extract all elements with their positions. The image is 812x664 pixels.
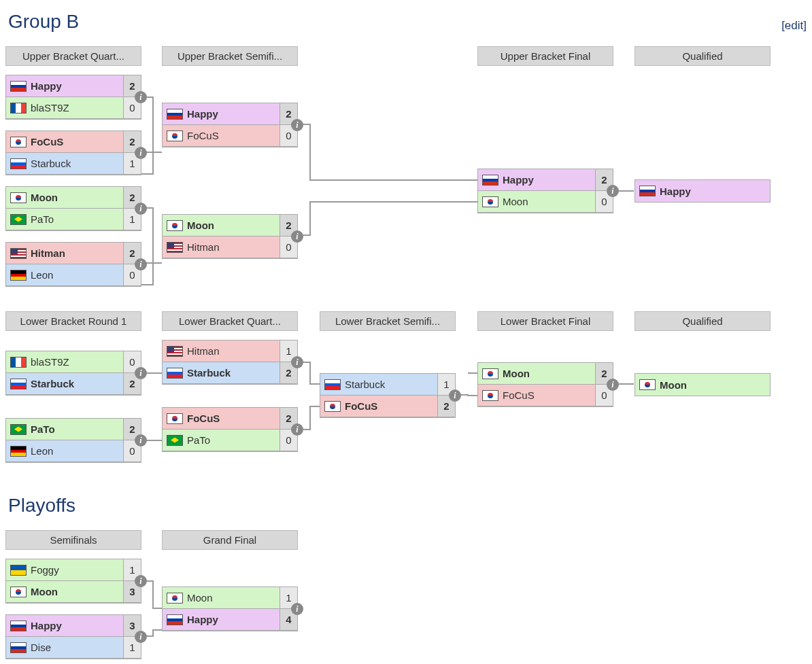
info-icon[interactable]: i [135,631,147,643]
player-slot[interactable]: blaST9Z0 [6,97,141,119]
info-icon[interactable]: i [291,230,303,243]
lower-bracket: Lower Bracket Round 1Lower Bracket Quart… [5,311,807,474]
player-slot[interactable]: Moon2 [478,363,613,385]
player-slot[interactable]: FoCuS2 [6,131,141,153]
flag-si [324,379,341,390]
player-slot[interactable]: Dise1 [6,637,141,659]
info-icon[interactable]: i [607,185,619,197]
round-header: Upper Bracket Quart... [5,46,141,66]
flag-ru [639,186,656,196]
match-uq2[interactable]: FoCuS2Starbuck1i [5,130,141,175]
player-name: Happy [187,108,280,120]
player-name: blaST9Z [31,356,123,368]
player-name: Moon [187,592,280,604]
match-uf[interactable]: Happy2Moon0i [477,169,613,213]
player-slot[interactable]: PaTo2 [6,419,141,440]
flag-ru [10,642,27,653]
info-icon[interactable]: i [607,379,619,391]
player-slot[interactable]: Moon [635,374,770,396]
player-name: Happy [31,620,123,631]
player-slot[interactable]: Starbuck2 [6,373,141,395]
info-icon[interactable]: i [449,389,461,402]
player-slot[interactable]: Hitman1 [163,340,297,362]
match-us2[interactable]: Moon2Hitman0i [162,214,298,259]
info-icon[interactable]: i [135,203,147,215]
flag-kr [482,390,498,401]
player-slot[interactable]: Starbuck2 [163,362,297,384]
round-header: Qualified [635,311,771,331]
player-slot[interactable]: Moon2 [163,215,297,237]
player-slot[interactable]: Starbuck1 [6,153,141,175]
player-slot[interactable]: Moon0 [478,191,613,213]
player-slot[interactable]: Moon1 [163,587,297,609]
playoffs-bracket: SemifinalsGrand FinalFoggy1Moon3iHappy3D… [5,530,807,664]
match-lf[interactable]: Moon2FoCuS0i [477,362,613,407]
round-header: Upper Bracket Final [477,46,613,66]
player-slot[interactable]: Happy [635,180,770,202]
match-uq3[interactable]: Moon2PaTo1i [5,186,141,231]
player-slot[interactable]: Moon2 [6,187,141,209]
info-icon[interactable]: i [135,91,147,103]
info-icon[interactable]: i [291,356,303,368]
match-lq1[interactable]: Hitman1Starbuck2i [162,340,298,385]
player-slot[interactable]: Leon0 [6,440,141,462]
match-lqal[interactable]: Moon [635,373,771,396]
match-uqal[interactable]: Happy [635,179,771,203]
flag-ru [482,175,498,186]
player-slot[interactable]: Happy2 [478,169,613,191]
player-name: Moon [31,192,123,203]
player-slot[interactable]: Happy4 [163,609,297,631]
player-name: PaTo [187,434,280,446]
info-icon[interactable]: i [291,603,303,615]
player-slot[interactable]: FoCuS2 [163,408,297,430]
match-uq1[interactable]: Happy2blaST9Z0i [5,75,141,120]
player-slot[interactable]: Foggy1 [6,559,141,581]
match-gf[interactable]: Moon1Happy4i [162,587,298,631]
round-header: Qualified [635,46,771,66]
player-slot[interactable]: Hitman2 [6,243,141,264]
player-name: Dise [31,642,123,653]
match-us1[interactable]: Happy2FoCuS0i [162,103,298,147]
player-name: FoCuS [503,389,595,401]
flag-kr [167,220,183,231]
flag-kr [10,192,27,203]
info-icon[interactable]: i [135,434,147,447]
info-icon[interactable]: i [291,423,303,436]
match-lr1b[interactable]: PaTo2Leon0i [5,418,141,463]
match-sf2[interactable]: Happy3Dise1i [5,614,141,659]
player-slot[interactable]: Happy2 [163,103,297,125]
flag-si [10,158,27,169]
flag-de [10,446,27,457]
flag-si [167,368,183,379]
info-icon[interactable]: i [291,119,303,131]
player-slot[interactable]: Starbuck1 [320,374,455,396]
player-name: Moon [503,196,595,207]
player-name: Happy [660,186,770,197]
match-ls[interactable]: Starbuck1FoCuS2i [320,373,456,418]
match-uq4[interactable]: Hitman2Leon0i [5,242,141,287]
player-slot[interactable]: PaTo1 [6,209,141,230]
player-slot[interactable]: PaTo0 [163,430,297,451]
player-slot[interactable]: Moon3 [6,581,141,603]
info-icon[interactable]: i [135,367,147,379]
player-slot[interactable]: blaST9Z0 [6,351,141,373]
info-icon[interactable]: i [135,575,147,587]
player-slot[interactable]: Leon0 [6,264,141,286]
flag-kr [167,413,183,424]
match-lq2[interactable]: FoCuS2PaTo0i [162,407,298,452]
player-slot[interactable]: Hitman0 [163,237,297,258]
player-slot[interactable]: FoCuS0 [163,125,297,147]
info-icon[interactable]: i [135,147,147,159]
player-slot[interactable]: Happy3 [6,615,141,637]
player-name: Starbuck [31,158,123,169]
edit-link[interactable]: [edit] [781,19,807,33]
match-lr1a[interactable]: blaST9Z0Starbuck2i [5,351,141,396]
flag-kr [639,379,656,390]
player-slot[interactable]: FoCuS2 [320,396,455,417]
player-slot[interactable]: Happy2 [6,75,141,97]
player-slot[interactable]: FoCuS0 [478,385,613,406]
round-header: Lower Bracket Round 1 [5,311,141,331]
flag-us [10,248,27,259]
match-sf1[interactable]: Foggy1Moon3i [5,559,141,604]
info-icon[interactable]: i [135,258,147,270]
